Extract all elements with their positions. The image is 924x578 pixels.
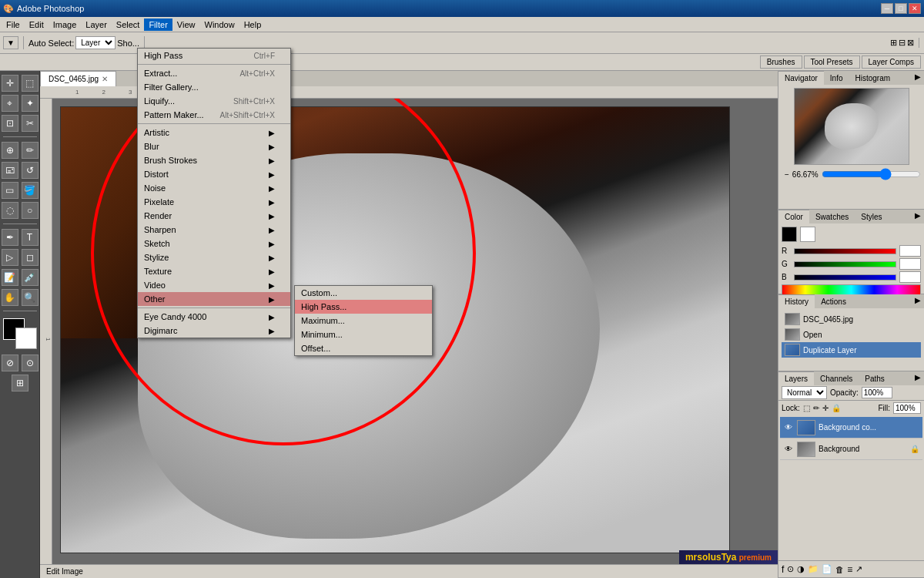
history-menu-btn[interactable]: ▶ bbox=[912, 294, 924, 308]
slice-tool[interactable]: ✂ bbox=[22, 115, 38, 132]
menu-filter[interactable]: Filter bbox=[144, 18, 172, 31]
color-menu-btn[interactable]: ▶ bbox=[912, 210, 924, 223]
menu-view[interactable]: View bbox=[172, 18, 200, 31]
other-custom[interactable]: Custom... bbox=[295, 286, 432, 300]
move-tool[interactable]: ✛ bbox=[2, 75, 18, 92]
filter-brush-strokes[interactable]: Brush Strokes ▶ bbox=[138, 153, 290, 167]
fill-input[interactable]: 100% bbox=[893, 402, 921, 414]
more-options-btn[interactable]: ≡ bbox=[847, 564, 852, 575]
blur-tool[interactable]: ◌ bbox=[2, 202, 18, 219]
color-selector[interactable] bbox=[3, 318, 37, 349]
swatches-tab[interactable]: Swatches bbox=[809, 210, 855, 223]
zoom-out-icon[interactable]: − bbox=[785, 170, 789, 179]
info-tab[interactable]: Info bbox=[824, 71, 849, 85]
styles-tab[interactable]: Styles bbox=[855, 210, 888, 223]
title-bar-controls[interactable]: ─ □ ✕ bbox=[881, 3, 921, 14]
fg-swatch[interactable] bbox=[782, 227, 797, 242]
layer-item-bg[interactable]: 👁 Background 🔒 bbox=[780, 439, 922, 460]
expand-panel-btn[interactable]: ↗ bbox=[855, 564, 862, 574]
lock-all-icon[interactable]: 🔒 bbox=[832, 404, 841, 412]
layer-item-bg-copy[interactable]: 👁 Background co... bbox=[780, 417, 922, 439]
menu-edit[interactable]: Edit bbox=[25, 18, 49, 31]
filter-noise[interactable]: Noise ▶ bbox=[138, 181, 290, 195]
r-value[interactable]: 0 bbox=[899, 245, 921, 257]
navigator-menu-btn[interactable]: ▶ bbox=[912, 71, 924, 85]
filter-sketch[interactable]: Sketch ▶ bbox=[138, 237, 290, 250]
filter-other[interactable]: Other ▶ bbox=[138, 292, 290, 306]
hand-tool[interactable]: ✋ bbox=[2, 289, 18, 306]
doc-close-btn[interactable]: ✕ bbox=[102, 75, 108, 83]
history-open[interactable]: Open bbox=[782, 327, 921, 342]
new-adj-btn[interactable]: ◑ bbox=[797, 564, 805, 574]
standard-mode-btn[interactable]: ⊘ bbox=[2, 355, 18, 371]
filter-distort[interactable]: Distort ▶ bbox=[138, 167, 290, 181]
lock-position-icon[interactable]: ✛ bbox=[822, 404, 829, 412]
lock-transparent-icon[interactable]: ⬚ bbox=[803, 404, 810, 412]
dodge-tool[interactable]: ○ bbox=[22, 202, 38, 219]
eraser-tool[interactable]: ▭ bbox=[2, 182, 18, 199]
brush-tool[interactable]: ✏ bbox=[22, 142, 38, 159]
history-snapshot[interactable]: DSC_0465.jpg bbox=[782, 311, 921, 327]
lasso-tool[interactable]: ⌖ bbox=[2, 95, 18, 112]
tool-presets-tab[interactable]: Tool Presets bbox=[804, 55, 860, 69]
filter-gallery[interactable]: Filter Gallery... bbox=[138, 80, 290, 94]
history-tab[interactable]: History bbox=[778, 294, 815, 308]
magic-wand-tool[interactable]: ✦ bbox=[22, 95, 38, 112]
color-tab[interactable]: Color bbox=[778, 210, 809, 223]
menu-window[interactable]: Window bbox=[200, 18, 239, 31]
layers-tab[interactable]: Layers bbox=[778, 371, 814, 385]
zoom-slider[interactable] bbox=[822, 168, 921, 180]
filter-render[interactable]: Render ▶ bbox=[138, 209, 290, 223]
auto-select-dropdown[interactable]: Layer bbox=[75, 36, 116, 49]
zoom-tool[interactable]: 🔍 bbox=[22, 289, 38, 306]
brushes-tab[interactable]: Brushes bbox=[760, 55, 802, 69]
other-minimum[interactable]: Minimum... bbox=[295, 328, 432, 341]
healing-tool[interactable]: ⊕ bbox=[2, 142, 18, 159]
filter-stylize[interactable]: Stylize ▶ bbox=[138, 250, 290, 264]
screen-mode-btn[interactable]: ⊞ bbox=[12, 375, 28, 391]
crop-tool[interactable]: ⊡ bbox=[2, 115, 18, 132]
new-group-btn[interactable]: 📁 bbox=[808, 564, 819, 574]
channels-tab[interactable]: Channels bbox=[814, 371, 859, 385]
filter-digimarc[interactable]: Digimarc ▶ bbox=[138, 324, 290, 338]
new-layer-btn[interactable]: 📄 bbox=[822, 564, 832, 574]
filter-sharpen[interactable]: Sharpen ▶ bbox=[138, 223, 290, 237]
histogram-tab[interactable]: Histogram bbox=[849, 71, 897, 85]
minimize-btn[interactable]: ─ bbox=[881, 3, 893, 14]
filter-pattern-maker[interactable]: Pattern Maker... Alt+Shift+Ctrl+X bbox=[138, 108, 290, 122]
add-style-btn[interactable]: f bbox=[782, 564, 784, 575]
notes-tool[interactable]: 📝 bbox=[2, 269, 18, 286]
layer-eye-bg-copy[interactable]: 👁 bbox=[783, 422, 794, 433]
text-tool[interactable]: T bbox=[22, 229, 38, 246]
layer-comps-tab[interactable]: Layer Comps bbox=[862, 55, 921, 69]
other-high-pass[interactable]: High Pass... bbox=[295, 300, 432, 314]
add-mask-btn[interactable]: ⊙ bbox=[787, 564, 794, 574]
quick-mask-btn[interactable]: ⊙ bbox=[22, 355, 38, 371]
navigator-tab[interactable]: Navigator bbox=[778, 71, 824, 85]
menu-select[interactable]: Select bbox=[112, 18, 145, 31]
menu-help[interactable]: Help bbox=[239, 18, 266, 31]
filter-video[interactable]: Video ▶ bbox=[138, 278, 290, 292]
r-slider[interactable] bbox=[794, 248, 896, 254]
filter-eye-candy[interactable]: Eye Candy 4000 ▶ bbox=[138, 310, 290, 324]
filter-high-pass-recent[interactable]: High Pass Ctrl+F bbox=[138, 49, 290, 62]
history-brush-tool[interactable]: ↺ bbox=[22, 162, 38, 179]
other-maximum[interactable]: Maximum... bbox=[295, 314, 432, 328]
bg-swatch[interactable] bbox=[800, 227, 815, 242]
filter-pixelate[interactable]: Pixelate ▶ bbox=[138, 195, 290, 209]
history-duplicate[interactable]: Duplicate Layer bbox=[782, 342, 921, 358]
menu-file[interactable]: File bbox=[2, 18, 25, 31]
g-slider[interactable] bbox=[794, 261, 896, 267]
maximize-btn[interactable]: □ bbox=[895, 3, 907, 14]
path-select-tool[interactable]: ▷ bbox=[2, 249, 18, 266]
shape-tool[interactable]: ◻ bbox=[22, 249, 38, 266]
clone-tool[interactable]: 🖃 bbox=[2, 162, 18, 179]
doc-tab-main[interactable]: DSC_0465.jpg ✕ bbox=[40, 71, 116, 86]
opacity-input[interactable]: 100% bbox=[862, 387, 892, 398]
g-value[interactable]: 0 bbox=[899, 258, 921, 270]
filter-extract[interactable]: Extract... Alt+Ctrl+X bbox=[138, 66, 290, 80]
blend-mode-select[interactable]: Normal bbox=[782, 386, 827, 399]
background-color[interactable] bbox=[15, 328, 37, 349]
menu-image[interactable]: Image bbox=[49, 18, 82, 31]
eyedropper-tool[interactable]: 💉 bbox=[22, 269, 38, 286]
